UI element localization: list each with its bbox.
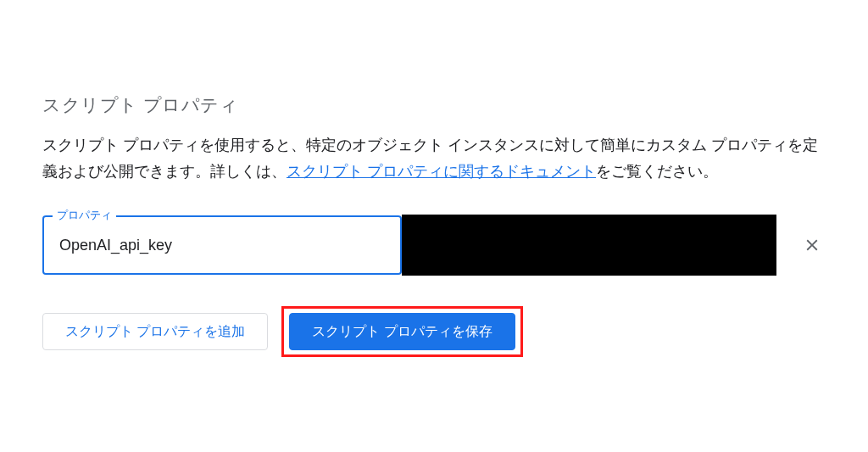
section-title: スクリプト プロパティ: [42, 93, 826, 117]
save-button-highlight: スクリプト プロパティを保存: [281, 306, 522, 357]
section-description: スクリプト プロパティを使用すると、特定のオブジェクト インスタンスに対して簡単…: [42, 132, 826, 184]
property-key-label: プロパティ: [53, 208, 116, 223]
script-properties-section: スクリプト プロパティ スクリプト プロパティを使用すると、特定のオブジェクト …: [42, 93, 826, 357]
remove-property-button[interactable]: [792, 225, 832, 265]
documentation-link[interactable]: スクリプト プロパティに関するドキュメント: [287, 163, 596, 180]
property-key-field-container: プロパティ: [42, 215, 402, 275]
property-key-input[interactable]: [42, 215, 402, 275]
close-icon: [803, 236, 821, 254]
property-row: プロパティ: [42, 215, 826, 276]
property-value-redacted: [402, 215, 776, 276]
save-properties-button[interactable]: スクリプト プロパティを保存: [289, 313, 515, 350]
description-text-after: をご覧ください。: [596, 163, 718, 180]
button-row: スクリプト プロパティを追加 スクリプト プロパティを保存: [42, 306, 826, 357]
add-property-button[interactable]: スクリプト プロパティを追加: [42, 313, 268, 350]
